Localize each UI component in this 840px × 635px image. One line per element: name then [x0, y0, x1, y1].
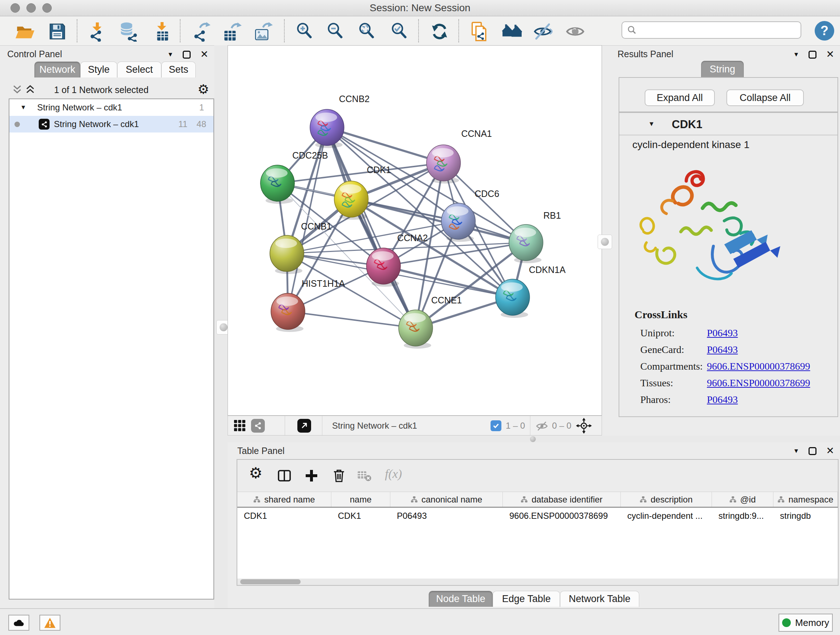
zoom-in-icon[interactable]: [295, 21, 315, 42]
network-view-share-icon[interactable]: [251, 419, 265, 432]
import-table-icon[interactable]: [152, 21, 172, 42]
tab-node-table[interactable]: Node Table: [429, 591, 493, 607]
selected-checkbox-icon[interactable]: [491, 420, 501, 431]
crosslink-link[interactable]: P06493: [707, 394, 738, 410]
crosslink-label: Compartments:: [640, 361, 707, 377]
import-network-database-icon[interactable]: [118, 21, 139, 42]
table-header-shared-name[interactable]: shared name: [237, 492, 332, 507]
table-horizontal-scrollbar[interactable]: [237, 578, 838, 585]
panel-float-icon[interactable]: ▼: [793, 51, 799, 57]
home-icon[interactable]: [502, 21, 522, 42]
table-cell[interactable]: stringdb: [774, 508, 838, 524]
panel-maximize-icon[interactable]: [183, 51, 191, 59]
network-edge[interactable]: [327, 127, 444, 163]
table-cell[interactable]: P06493: [390, 508, 503, 524]
toolbar-separator: [284, 19, 285, 42]
collapse-all-button[interactable]: Collapse All: [726, 89, 804, 106]
protein-collapse-icon[interactable]: ▼: [648, 120, 655, 128]
network-edge[interactable]: [327, 127, 416, 328]
tab-style[interactable]: Style: [80, 62, 117, 78]
panel-float-icon[interactable]: ▼: [793, 448, 799, 454]
table-header-description[interactable]: description: [621, 492, 712, 507]
toolbar-separator: [180, 19, 180, 42]
open-session-icon[interactable]: [14, 21, 35, 42]
panel-maximize-icon[interactable]: [808, 51, 816, 59]
network-node-cdkn1a[interactable]: CDKN1A: [496, 264, 566, 318]
crosslink-link[interactable]: 9606.ENSP00000378699: [707, 377, 810, 394]
crosslink-link[interactable]: P06493: [707, 327, 738, 344]
table-header-database-identifier[interactable]: database identifier: [503, 492, 621, 507]
table-header--id[interactable]: @id: [712, 492, 774, 507]
panel-float-icon[interactable]: ▼: [167, 51, 174, 57]
search-input[interactable]: [640, 25, 801, 35]
results-panel-header: Results Panel ▼ ✕: [602, 45, 840, 63]
export-network-icon[interactable]: [192, 21, 212, 42]
export-image-icon[interactable]: [253, 21, 273, 42]
import-network-icon[interactable]: [87, 21, 107, 42]
right-splitter-handle[interactable]: [598, 234, 612, 249]
delete-column-icon[interactable]: [331, 468, 347, 484]
memory-button[interactable]: Memory: [778, 614, 833, 632]
expand-all-button[interactable]: Expand All: [645, 89, 715, 106]
hidden-eye-icon[interactable]: [535, 421, 549, 432]
search-box[interactable]: [622, 21, 801, 39]
table-cell[interactable]: CDK1: [237, 508, 332, 524]
table-cell[interactable]: 9606.ENSP00000378699: [503, 508, 621, 524]
network-row-selected[interactable]: String Network – cdk1 11 48: [9, 116, 213, 133]
export-table-icon[interactable]: [221, 21, 242, 42]
network-canvas[interactable]: CCNB2CCNA1CDC25BCDK1CDC6RB1CCNB1CCNA2CDK…: [227, 45, 602, 416]
birds-eye-view-icon[interactable]: [297, 419, 311, 432]
warning-button[interactable]: [39, 615, 60, 631]
help-icon[interactable]: ?: [815, 21, 834, 41]
table-header-name[interactable]: name: [332, 492, 390, 507]
network-edge[interactable]: [288, 311, 416, 328]
panel-close-icon[interactable]: ✕: [200, 50, 208, 59]
zoom-out-icon[interactable]: [325, 21, 346, 42]
node-label: CDC6: [475, 188, 499, 199]
toolbar-separator: [77, 19, 77, 42]
refresh-icon[interactable]: [429, 21, 450, 42]
table-settings-gear-icon[interactable]: ⚙: [249, 466, 265, 481]
table-cell[interactable]: CDK1: [332, 508, 390, 524]
tab-network[interactable]: Network: [34, 62, 80, 78]
show-eye-icon[interactable]: [565, 21, 585, 42]
table-cell[interactable]: stringdb:9...: [712, 508, 774, 524]
network-collection-row[interactable]: ▼ String Network – cdk1 1: [9, 99, 213, 116]
save-session-icon[interactable]: [47, 21, 67, 42]
tab-sets[interactable]: Sets: [161, 62, 196, 78]
bottom-splitter-handle[interactable]: [530, 436, 536, 442]
tab-edge-table[interactable]: Edge Table: [493, 591, 560, 607]
network-node-ccne1[interactable]: CCNE1: [399, 295, 462, 348]
cloud-button[interactable]: [8, 615, 29, 631]
zoom-selected-icon[interactable]: [390, 21, 410, 42]
panel-close-icon[interactable]: ✕: [826, 446, 834, 456]
selected-counts: 1 – 0: [506, 416, 525, 435]
hide-glasses-icon[interactable]: [532, 21, 553, 42]
tab-string[interactable]: String: [701, 61, 744, 78]
network-node-ccna1[interactable]: CCNA1: [426, 128, 492, 184]
crosslink-link[interactable]: 9606.ENSP00000378699: [707, 361, 810, 377]
table-cell[interactable]: cyclin-dependent ...: [621, 508, 712, 524]
crosslink-link[interactable]: P06493: [707, 344, 738, 361]
tab-network-table[interactable]: Network Table: [560, 591, 639, 607]
network-graph[interactable]: CCNB2CCNA1CDC25BCDK1CDC6RB1CCNB1CCNA2CDK…: [228, 46, 602, 415]
table-header-namespace[interactable]: namespace: [774, 492, 838, 507]
panel-maximize-icon[interactable]: [808, 447, 816, 455]
show-column-icon[interactable]: [276, 468, 292, 484]
fit-selected-crosshair-icon[interactable]: [576, 418, 592, 434]
network-node-rb1[interactable]: RB1: [509, 211, 561, 263]
protein-header-row[interactable]: ▼ CDK1: [619, 116, 837, 135]
network-node-ccnb1[interactable]: CCNB1: [270, 221, 332, 274]
table-row[interactable]: CDK1CDK1P064939606.ENSP00000378699cyclin…: [237, 508, 838, 524]
network-node-hist1h1a[interactable]: HIST1H1A: [271, 279, 345, 332]
table-header-canonical-name[interactable]: canonical name: [390, 492, 503, 507]
grid-view-icon[interactable]: [234, 420, 246, 432]
zoom-fit-icon[interactable]: [357, 21, 377, 42]
scrollbar-thumb[interactable]: [240, 579, 301, 584]
network-options-gear-icon[interactable]: ⚙: [197, 83, 209, 96]
create-column-icon[interactable]: [303, 468, 319, 484]
collection-expand-icon[interactable]: ▼: [20, 104, 27, 111]
panel-close-icon[interactable]: ✕: [826, 50, 834, 59]
tab-select[interactable]: Select: [117, 62, 161, 78]
copy-network-icon[interactable]: [469, 21, 489, 42]
